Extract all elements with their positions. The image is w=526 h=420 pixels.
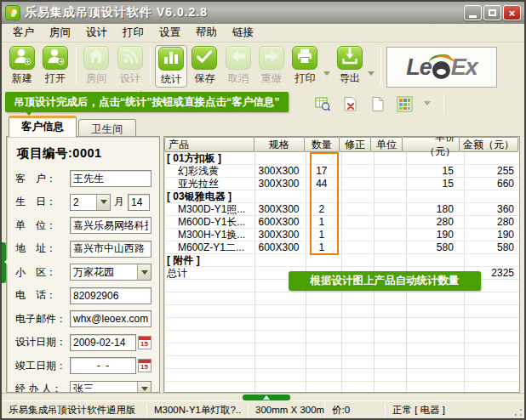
calendar-icon[interactable] [138,359,152,372]
rss-icon [120,46,140,70]
customer-input[interactable] [70,170,152,187]
table-row[interactable]: M600Z-Y1二...600X3001580580 [164,241,519,254]
color-grid-icon[interactable] [397,96,413,112]
table-row[interactable]: M600D-Y1长...600X3001280280 [164,216,519,229]
district-row: 小 区： 万家花园 [15,264,159,281]
close-button[interactable]: × [503,5,521,20]
menu-item-room[interactable]: 房间 [42,24,78,42]
phone-input[interactable] [70,287,152,304]
district-value: 万家花园 [71,265,137,280]
vertical-splitter[interactable] [2,242,6,283]
table-row[interactable]: M300H-Y1换...300X3001190190 [164,229,519,241]
header-qty[interactable]: 数量 [304,137,340,152]
callout-row: 吊顶设计完成后，点击“统计”按钮或直接点击“客户信息” [2,90,524,116]
home-icon [86,46,106,70]
birthday-row: 生 日： 2 月 [15,194,159,211]
toolbar-separator [380,47,381,84]
undo-button-label: 取消 [228,71,249,86]
header-unit[interactable]: 单位 [370,137,403,152]
bar-chart-icon [161,47,181,71]
printer-icon [294,46,315,70]
export-button[interactable]: 导出 [333,45,365,86]
menu-item-customer[interactable]: 客户 [5,24,42,42]
save-button-label: 保存 [194,71,214,86]
delete-page-icon[interactable] [342,96,358,112]
table-category-row[interactable]: [ 附件 ] [164,254,519,267]
toolbar: 新建 打开 房间 设计 统计 保存 取消 重做 [2,43,524,90]
resize-grip[interactable] [513,407,523,417]
new-button-label: 新建 [12,71,32,86]
agent-label: 经 办 人： [15,382,70,393]
email-label: 电子邮件： [15,312,70,326]
titlebar[interactable]: 乐易集成吊顶设计软件 V6.0.2.8 × [2,2,524,24]
menu-item-design[interactable]: 设计 [78,24,115,42]
table-row[interactable]: M300D-Y1照...300X3002180360 [164,203,519,216]
menu-item-help[interactable]: 帮助 [188,24,225,42]
new-page-icon[interactable] [369,96,386,112]
agent-value: 张三 [71,382,137,393]
header-price[interactable]: 单价（元） [402,137,460,152]
save-button[interactable]: 保存 [188,45,220,86]
menu-item-settings[interactable]: 设置 [152,24,188,42]
menu-item-print[interactable]: 打印 [115,24,152,42]
undo-button: 取消 [222,45,254,86]
person-plus-icon [12,46,32,70]
tab-customer-info[interactable]: 客户信息 [9,116,77,137]
leoex-logo: LeEx [386,47,497,88]
birth-month-select[interactable]: 2 [70,194,111,211]
address-row: 地 址： [15,241,159,258]
chevron-down-icon[interactable] [424,101,431,109]
new-button[interactable]: 新建 [6,45,38,86]
design-button-label: 设计 [120,71,140,86]
open-button[interactable]: 打开 [39,45,71,86]
table-category-row[interactable]: [ 01方扣板 ] [164,152,519,165]
print-button[interactable]: 打印 [289,45,321,86]
design-date-input[interactable] [70,334,136,351]
district-label: 小 区： [15,265,70,280]
chevron-down-icon[interactable] [137,264,151,280]
table-row[interactable]: 亚光拉丝300X3004415660 [164,178,519,190]
product-table: 产品 规格 数量 修正 单位 单价（元） 金额（元） [ 01方扣板 ] [163,136,520,393]
status-current-product: M300N-Y1单灯取?.. [147,404,248,417]
header-spec[interactable]: 规格 [254,137,305,152]
customer-label: 客 户： [15,172,70,186]
address-label: 地 址： [15,241,70,256]
address-input[interactable] [70,241,152,258]
tab-bathroom[interactable]: 卫生间 [78,119,136,136]
header-product[interactable]: 产品 [164,137,254,152]
project-number: 项目编号:0001 [17,145,159,162]
minimize-button[interactable] [464,5,482,20]
finish-date-input[interactable] [70,357,136,374]
customer-row: 客 户： [15,170,159,187]
table-category-row[interactable]: [ 03银雅电器 ] [164,190,519,203]
status-mode: 正常 [ 电器 ] [386,404,524,417]
print-dropdown-chevron-icon[interactable] [323,70,331,77]
status-edition: 乐易集成吊顶设计软件通用版 [2,404,146,417]
maximize-button[interactable] [483,5,501,20]
birth-month-value: 2 [71,196,96,208]
export-button-label: 导出 [340,71,360,86]
preview-table-icon[interactable] [315,96,331,112]
email-input[interactable] [70,310,152,327]
logo-eye-icon [432,61,450,79]
menu-item-links[interactable]: 链接 [225,24,261,42]
stats-button[interactable]: 统计 [155,45,187,88]
auto-count-tooltip: 根据设计图上产品自动统计数量 [289,271,481,291]
toolbar-separator [150,47,151,84]
header-fix[interactable]: 修正 [339,137,371,152]
header-amount[interactable]: 金额（元） [459,137,518,152]
stats-button-label: 统计 [161,72,181,87]
chevron-down-icon[interactable] [137,382,151,394]
chevron-down-icon[interactable] [96,195,110,210]
birthday-label: 生 日： [15,195,70,209]
table-row[interactable]: 幻彩浅黄300X3001715255 [164,165,519,178]
district-select[interactable]: 万家花园 [70,264,152,281]
company-label: 单 位： [15,219,70,233]
company-input[interactable] [70,217,152,234]
horizontal-splitter[interactable] [243,394,290,400]
birth-day-input[interactable] [128,194,150,211]
agent-select[interactable]: 张三 [70,381,152,394]
export-dropdown-chevron-icon[interactable] [367,70,375,77]
calendar-icon[interactable] [138,336,152,349]
app-window: 乐易集成吊顶设计软件 V6.0.2.8 × 客户 房间 设计 打印 设置 帮助 … [0,0,526,420]
